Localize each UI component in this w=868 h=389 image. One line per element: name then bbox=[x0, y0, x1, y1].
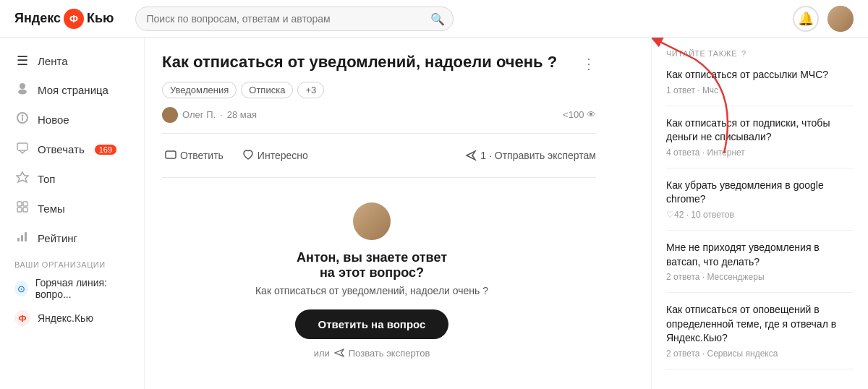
question-views: <100 👁 bbox=[563, 109, 596, 120]
yandexq-icon: Ф bbox=[14, 310, 30, 326]
send-icon bbox=[465, 150, 477, 161]
svg-point-3 bbox=[22, 115, 24, 117]
search-input[interactable] bbox=[135, 7, 454, 31]
divider-top bbox=[162, 133, 596, 134]
read-also-title-3: Мне не приходят уведомления в ватсап, чт… bbox=[666, 241, 854, 269]
sidebar-item-top[interactable]: Топ bbox=[0, 164, 144, 194]
send-experts-btn[interactable]: 1 · Отправить экспертам bbox=[465, 150, 596, 161]
read-also-item-1[interactable]: Как отписаться от подписки, чтобы деньги… bbox=[666, 116, 854, 168]
svg-rect-13 bbox=[166, 151, 176, 158]
svg-rect-5 bbox=[17, 143, 27, 150]
main-content: Как отписаться от уведомлений, надоели о… bbox=[145, 38, 651, 389]
read-also-meta-1: 4 ответа · Интернет bbox=[666, 148, 854, 158]
cta-block: Антон, вы знаете ответ на этот вопрос? К… bbox=[162, 185, 582, 370]
feed-icon: ☰ bbox=[14, 53, 30, 69]
sidebar-label-new: Новое bbox=[38, 114, 69, 126]
bell-icon[interactable]: 🔔 bbox=[793, 6, 819, 32]
sidebar-org-yandexq-label: Яндекс.Кью bbox=[38, 312, 93, 324]
tag-unsubscribe[interactable]: Отписка bbox=[241, 82, 293, 98]
topics-icon bbox=[14, 200, 30, 217]
user-avatar[interactable] bbox=[827, 6, 854, 32]
orgs-section-title: ВАШИ ОРГАНИЗАЦИИ bbox=[0, 253, 144, 272]
action-bar: Ответить Интересно 1 · Отправить эксперт… bbox=[162, 141, 596, 170]
sidebar-label-feed: Лента bbox=[38, 55, 68, 67]
read-also-title-2: Как убрать уведомления в google chrome? bbox=[666, 179, 854, 207]
meta-dot: · bbox=[220, 109, 223, 120]
question-date: 28 мая bbox=[227, 109, 257, 120]
answer-btn-icon bbox=[165, 150, 176, 161]
svg-point-1 bbox=[18, 90, 27, 95]
my-page-icon bbox=[14, 82, 30, 98]
read-also-title-4: Как отписаться от оповещений в определен… bbox=[666, 303, 854, 346]
logo-brand: Кью bbox=[87, 11, 114, 26]
sidebar-org-yandexq[interactable]: Ф Яндекс.Кью bbox=[0, 305, 144, 331]
sidebar-item-answer[interactable]: Отвечать 169 bbox=[0, 134, 144, 164]
read-also-help-icon[interactable]: ? bbox=[741, 49, 746, 58]
cta-title: Антон, вы знаете ответ на этот вопрос? bbox=[297, 250, 447, 281]
read-also-title-0: Как отписаться от рассылки МЧС? bbox=[666, 68, 854, 82]
answer-btn[interactable]: Ответить bbox=[162, 147, 226, 164]
author-avatar bbox=[162, 107, 178, 123]
read-also-meta-0: 1 ответ · Мчс bbox=[666, 85, 854, 95]
sidebar-org-hotline-label: Горячая линия: вопро... bbox=[35, 277, 129, 300]
sidebar-label-answer: Отвечать bbox=[38, 143, 85, 155]
hotline-icon: ⊙ bbox=[14, 281, 28, 296]
question-meta: Олег П. · 28 мая <100 👁 bbox=[162, 107, 596, 123]
sidebar-item-my-page[interactable]: Моя страница bbox=[0, 75, 144, 105]
read-also-meta-2: ♡42 · 10 ответов bbox=[666, 210, 854, 220]
sidebar-label-topics: Темы bbox=[38, 202, 65, 215]
sidebar-label-rating: Рейтинг bbox=[38, 232, 77, 244]
new-icon bbox=[14, 111, 30, 128]
sidebar: ☰ Лента Моя страница Новое Отвечать bbox=[0, 38, 145, 389]
cta-avatar bbox=[353, 202, 391, 240]
header: Яндекс Ф Кью 🔍 🔔 bbox=[0, 0, 868, 38]
sidebar-org-hotline[interactable]: ⊙ Горячая линия: вопро... bbox=[0, 272, 144, 305]
logo-icon: Ф bbox=[64, 9, 84, 29]
sidebar-item-topics[interactable]: Темы bbox=[0, 194, 144, 223]
svg-point-0 bbox=[20, 83, 25, 89]
svg-rect-7 bbox=[23, 202, 27, 206]
logo-yandex: Яндекс bbox=[14, 11, 61, 26]
avatar-image bbox=[827, 6, 854, 32]
read-also-item-4[interactable]: Как отписаться от оповещений в определен… bbox=[666, 303, 854, 369]
svg-rect-12 bbox=[25, 232, 27, 241]
search-bar: 🔍 bbox=[135, 7, 454, 31]
question-block: Как отписаться от уведомлений, надоели о… bbox=[162, 52, 596, 178]
tag-more[interactable]: +3 bbox=[297, 82, 324, 98]
read-also-title-1: Как отписаться от подписки, чтобы деньги… bbox=[666, 116, 854, 145]
search-icon: 🔍 bbox=[430, 12, 445, 25]
main-layout: ☰ Лента Моя страница Новое Отвечать bbox=[0, 38, 868, 389]
sidebar-item-rating[interactable]: Рейтинг bbox=[0, 223, 144, 253]
read-also-item-2[interactable]: Как убрать уведомления в google chrome? … bbox=[666, 179, 854, 231]
right-sidebar: ЧИТАЙТЕ ТАКЖЕ ? Как отписаться от рассыл… bbox=[651, 38, 868, 389]
read-also-header: ЧИТАЙТЕ ТАКЖЕ ? bbox=[666, 49, 854, 58]
svg-rect-10 bbox=[17, 238, 20, 241]
author-name: Олег П. bbox=[182, 109, 216, 120]
sidebar-item-feed[interactable]: ☰ Лента bbox=[0, 46, 144, 75]
heart-icon bbox=[242, 150, 254, 161]
read-also-meta-4: 2 ответа · Сервисы яндекса bbox=[666, 349, 854, 359]
tag-notifications[interactable]: Уведомления bbox=[162, 82, 237, 98]
cta-or: или Позвать экспертов bbox=[314, 348, 430, 359]
question-tags: Уведомления Отписка +3 bbox=[162, 82, 596, 98]
read-also-item-0[interactable]: Как отписаться от рассылки МЧС? 1 ответ … bbox=[666, 68, 854, 106]
svg-rect-6 bbox=[17, 202, 22, 206]
read-also-item-3[interactable]: Мне не приходят уведомления в ватсап, чт… bbox=[666, 241, 854, 293]
cta-subtitle: Как отписаться от уведомлений, надоели о… bbox=[255, 285, 488, 296]
svg-rect-4 bbox=[22, 117, 23, 121]
svg-rect-11 bbox=[21, 235, 23, 241]
interesting-btn[interactable]: Интересно bbox=[239, 147, 311, 164]
question-menu-icon[interactable]: ⋮ bbox=[582, 55, 596, 72]
experts-send-icon bbox=[334, 348, 344, 358]
top-icon bbox=[14, 171, 30, 187]
sidebar-item-new[interactable]: Новое bbox=[0, 105, 144, 134]
question-title: Как отписаться от уведомлений, надоели о… bbox=[162, 52, 557, 73]
svg-rect-9 bbox=[23, 208, 27, 212]
header-icons: 🔔 bbox=[793, 6, 854, 32]
sidebar-label-top: Топ bbox=[38, 173, 55, 185]
cta-answer-button[interactable]: Ответить на вопрос bbox=[295, 309, 449, 339]
sidebar-label-my-page: Моя страница bbox=[38, 84, 109, 96]
read-also-meta-3: 2 ответа · Мессенджеры bbox=[666, 272, 854, 282]
logo: Яндекс Ф Кью bbox=[14, 9, 114, 29]
divider-bottom bbox=[162, 177, 596, 178]
